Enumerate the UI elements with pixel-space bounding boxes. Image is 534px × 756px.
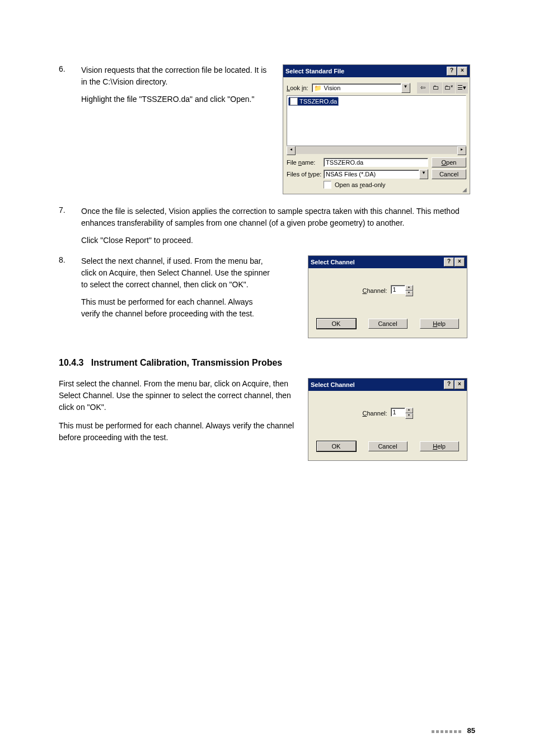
- channel-label: Channel:: [362, 410, 387, 417]
- help-icon[interactable]: ?: [444, 258, 454, 267]
- ok-button[interactable]: OK: [317, 441, 356, 451]
- resize-grip-icon[interactable]: ◢: [462, 186, 469, 193]
- file-name-label: File name:: [287, 159, 320, 166]
- ok-button[interactable]: OK: [317, 319, 356, 329]
- spinner-down-icon[interactable]: ▾: [405, 413, 413, 419]
- cancel-button[interactable]: Cancel: [432, 169, 466, 179]
- spinner-up-icon[interactable]: ▴: [405, 285, 413, 291]
- channel-spinner[interactable]: 1 ▴ ▾: [391, 408, 413, 419]
- folder-icon: 📁: [314, 85, 322, 92]
- step-text: This must be performed for each channel.…: [81, 296, 271, 320]
- step-text: Select the next channel, if used. From t…: [81, 255, 271, 291]
- horizontal-scrollbar[interactable]: ◂ ▸: [287, 146, 466, 154]
- channel-label: Channel:: [362, 287, 387, 294]
- file-item-selected[interactable]: TSSZERO.da: [288, 97, 339, 106]
- file-name-input[interactable]: TSSZERO.da: [324, 158, 428, 167]
- dialog-title: Select Standard File: [285, 68, 344, 74]
- cancel-button[interactable]: Cancel: [368, 441, 407, 451]
- page-footer: 85: [432, 726, 475, 735]
- read-only-checkbox[interactable]: [324, 181, 331, 189]
- scroll-left-icon[interactable]: ◂: [287, 146, 296, 155]
- spinner-up-icon[interactable]: ▴: [405, 408, 413, 413]
- footer-dots-icon: [432, 727, 463, 735]
- close-icon[interactable]: ×: [455, 380, 465, 389]
- help-button[interactable]: Help: [420, 319, 459, 329]
- select-channel-dialog: Select Channel ? × Channel: 1 ▴ ▾: [308, 378, 467, 461]
- open-button[interactable]: Open: [432, 157, 466, 167]
- up-folder-icon[interactable]: 🗀: [430, 82, 442, 94]
- look-in-combo[interactable]: 📁 Vision: [312, 83, 401, 92]
- list-number: 6.: [59, 64, 81, 73]
- chevron-down-icon[interactable]: ▼: [419, 169, 428, 179]
- file-icon: [290, 97, 298, 105]
- close-icon[interactable]: ×: [457, 67, 467, 76]
- step-text: Highlight the file "TSSZERO.da" and clic…: [81, 94, 271, 105]
- look-in-label: Look in:: [287, 85, 308, 91]
- spinner-down-icon[interactable]: ▾: [405, 291, 413, 296]
- dialog-title: Select Channel: [311, 259, 355, 265]
- page-number: 85: [467, 726, 475, 735]
- back-icon[interactable]: ⇦: [417, 82, 429, 94]
- list-number: 7.: [59, 206, 81, 214]
- new-folder-icon[interactable]: 🗀*: [443, 82, 455, 94]
- view-menu-icon[interactable]: ☰▾: [456, 82, 468, 94]
- body-text: First select the channel. From the menu …: [59, 378, 299, 413]
- help-icon[interactable]: ?: [444, 380, 454, 389]
- close-icon[interactable]: ×: [455, 258, 465, 267]
- body-text: This must be performed for each channel.…: [59, 420, 299, 444]
- file-list[interactable]: TSSZERO.da: [287, 95, 466, 146]
- list-number: 8.: [59, 255, 81, 264]
- channel-spinner[interactable]: 1 ▴ ▾: [391, 285, 413, 296]
- cancel-button[interactable]: Cancel: [368, 319, 407, 329]
- step-text: Once the file is selected, Vision applie…: [81, 206, 475, 229]
- step-text: Click "Close Report" to proceed.: [81, 235, 475, 246]
- read-only-label: Open as read-only: [335, 181, 386, 188]
- select-channel-dialog: Select Channel ? × Channel: 1 ▴ ▾: [308, 255, 467, 338]
- dialog-title: Select Channel: [311, 381, 355, 388]
- select-standard-file-dialog: Select Standard File ? × Look in: 📁 Visi…: [283, 64, 470, 194]
- help-button[interactable]: Help: [420, 441, 459, 451]
- chevron-down-icon[interactable]: ▼: [401, 83, 410, 93]
- step-text: Vision requests that the correction file…: [81, 64, 271, 88]
- file-type-combo[interactable]: NSAS Files (*.DA): [324, 170, 419, 179]
- file-type-label: Files of type:: [287, 171, 320, 178]
- help-icon[interactable]: ?: [447, 67, 457, 76]
- scroll-right-icon[interactable]: ▸: [457, 146, 466, 155]
- section-heading: 10.4.3 Instrument Calibration, Transmiss…: [59, 358, 475, 368]
